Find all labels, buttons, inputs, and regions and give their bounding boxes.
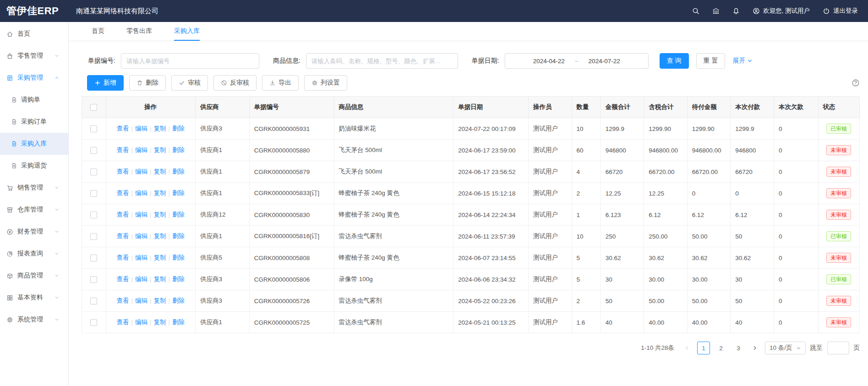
page-button-3[interactable]: 3 [732, 342, 745, 354]
column-header-1: 供应商 [195, 97, 249, 118]
row-action-view[interactable]: 查看 [116, 147, 129, 153]
sidebar-item-finance[interactable]: 财务管理 [0, 221, 68, 243]
row-checkbox[interactable] [90, 147, 97, 154]
sidebar-item-sales[interactable]: 销售管理 [0, 177, 68, 199]
sidebar-item-warehouse[interactable]: 仓库管理 [0, 199, 68, 221]
date-to-value[interactable]: 2024-07-22 [589, 58, 620, 65]
row-action-copy[interactable]: 复制 [154, 233, 166, 239]
sidebar-item-retail[interactable]: 零售管理 [0, 45, 68, 67]
row-checkbox[interactable] [90, 125, 97, 132]
row-action-delete[interactable]: 删除 [172, 233, 185, 239]
expand-filters-link[interactable]: 展开 [732, 57, 753, 65]
row-action-edit[interactable]: 编辑 [135, 276, 147, 283]
row-action-view[interactable]: 查看 [116, 276, 129, 283]
action-separator: | [169, 233, 170, 239]
search-button[interactable]: 查 询 [660, 53, 689, 69]
row-action-edit[interactable]: 编辑 [135, 297, 147, 304]
sidebar-item-purchase-request[interactable]: 请购单 [0, 89, 68, 111]
tab-purchase-inbound[interactable]: 采购入库 [174, 22, 200, 41]
reset-button[interactable]: 重 置 [696, 53, 726, 69]
row-action-view[interactable]: 查看 [116, 319, 129, 326]
prev-page-button[interactable] [682, 342, 693, 354]
row-action-delete[interactable]: 删除 [172, 147, 185, 153]
row-action-edit[interactable]: 编辑 [135, 254, 147, 261]
page-button-2[interactable]: 2 [715, 342, 727, 354]
sidebar-item-home[interactable]: 首页 [0, 23, 68, 45]
row-action-delete[interactable]: 删除 [172, 190, 185, 196]
row-action-edit[interactable]: 编辑 [135, 233, 147, 239]
row-action-delete[interactable]: 删除 [172, 319, 185, 326]
row-action-delete[interactable]: 删除 [172, 276, 185, 283]
row-action-delete[interactable]: 删除 [172, 168, 185, 175]
row-action-delete[interactable]: 删除 [172, 254, 185, 261]
row-action-edit[interactable]: 编辑 [135, 211, 147, 218]
row-action-edit[interactable]: 编辑 [135, 190, 147, 196]
row-action-copy[interactable]: 复制 [154, 147, 166, 153]
cell-qty: 10 [572, 118, 601, 140]
page-size-select[interactable]: 10 条/页 [765, 342, 806, 354]
jump-page-input[interactable] [827, 342, 849, 354]
row-action-view[interactable]: 查看 [116, 168, 129, 175]
row-action-delete[interactable]: 删除 [172, 125, 185, 132]
tab-retail-outbound[interactable]: 零售出库 [126, 22, 152, 41]
row-checkbox[interactable] [90, 212, 97, 218]
logout-button[interactable]: 退出登录 [823, 7, 858, 15]
unaudit-button[interactable]: 反审核 [213, 75, 257, 91]
row-checkbox[interactable] [90, 298, 97, 304]
sidebar-item-goods[interactable]: 商品管理 [0, 265, 68, 287]
delete-button[interactable]: 删除 [129, 75, 166, 91]
row-checkbox[interactable] [90, 255, 97, 261]
date-range-picker[interactable]: 2024-04-22 ~ 2024-07-22 [505, 53, 649, 69]
row-action-edit[interactable]: 编辑 [135, 168, 147, 175]
cell-product: 蜂蜜柚子茶 240g 黄色 [334, 247, 453, 269]
tab-home[interactable]: 首页 [92, 22, 104, 41]
select-all-checkbox[interactable] [90, 104, 97, 111]
sidebar-item-purchase-return[interactable]: 采购退货 [0, 155, 68, 177]
app-logo[interactable]: 管伊佳ERP [0, 4, 69, 18]
row-action-copy[interactable]: 复制 [154, 254, 166, 261]
row-action-copy[interactable]: 复制 [154, 190, 166, 196]
row-action-view[interactable]: 查看 [116, 211, 129, 218]
row-action-view[interactable]: 查看 [116, 233, 129, 239]
sidebar-item-report[interactable]: 报表查询 [0, 243, 68, 265]
column-settings-button[interactable]: 列设置 [304, 75, 347, 91]
next-page-button[interactable] [749, 342, 760, 354]
sidebar-item-purchase-order[interactable]: 采购订单 [0, 111, 68, 133]
row-action-delete[interactable]: 删除 [172, 297, 185, 304]
page-button-1[interactable]: 1 [697, 342, 710, 354]
date-from-value[interactable]: 2024-04-22 [533, 58, 565, 65]
row-action-copy[interactable]: 复制 [154, 211, 166, 218]
row-action-view[interactable]: 查看 [116, 125, 129, 132]
row-action-edit[interactable]: 编辑 [135, 147, 147, 153]
row-action-view[interactable]: 查看 [116, 297, 129, 304]
row-checkbox[interactable] [90, 169, 97, 175]
help-icon[interactable] [852, 79, 860, 87]
sidebar-item-system[interactable]: 系统管理 [0, 309, 68, 331]
audit-button[interactable]: 审核 [171, 75, 208, 91]
row-action-copy[interactable]: 复制 [154, 168, 166, 175]
export-button[interactable]: 导出 [262, 75, 299, 91]
row-action-copy[interactable]: 复制 [154, 125, 166, 132]
row-action-view[interactable]: 查看 [116, 254, 129, 261]
row-action-edit[interactable]: 编辑 [135, 125, 147, 132]
sidebar-item-purchase[interactable]: 采购管理 [0, 67, 68, 89]
row-action-copy[interactable]: 复制 [154, 319, 166, 326]
row-action-copy[interactable]: 复制 [154, 297, 166, 304]
row-action-copy[interactable]: 复制 [154, 276, 166, 283]
bell-icon[interactable] [732, 7, 740, 15]
sidebar-item-basedata[interactable]: 基本资料 [0, 287, 68, 309]
welcome-user[interactable]: 欢迎您, 测试用户 [753, 7, 810, 15]
bill-no-input[interactable] [121, 53, 259, 69]
sidebar-item-purchase-inbound[interactable]: 采购入库 [0, 133, 68, 155]
row-action-delete[interactable]: 删除 [172, 211, 185, 218]
row-action-view[interactable]: 查看 [116, 190, 129, 196]
product-info-input[interactable] [306, 53, 458, 69]
row-checkbox[interactable] [90, 319, 97, 326]
search-icon[interactable] [692, 7, 699, 15]
row-checkbox[interactable] [90, 190, 97, 197]
row-checkbox[interactable] [90, 276, 97, 283]
add-button[interactable]: 新增 [87, 75, 124, 91]
row-action-edit[interactable]: 编辑 [135, 319, 147, 326]
row-checkbox[interactable] [90, 233, 97, 240]
bank-icon[interactable] [712, 7, 720, 15]
